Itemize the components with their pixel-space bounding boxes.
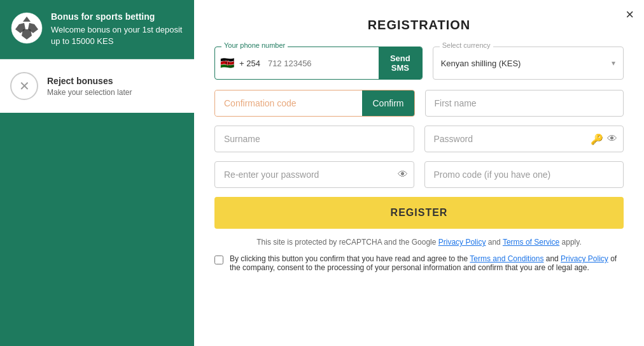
- phone-prefix: + 254: [239, 47, 264, 79]
- reject-title: Reject bonuses: [47, 76, 132, 86]
- captcha-text: This site is protected by reCAPTCHA and …: [214, 238, 624, 247]
- confirmation-code-group: Confirm: [214, 90, 415, 117]
- password-icons: 🔑 👁: [591, 133, 617, 145]
- reject-subtitle: Make your selection later: [47, 88, 132, 97]
- bonus-text: Bonus for sports betting Welcome bonus o…: [51, 11, 184, 47]
- terms-row: By clicking this button you confirm that…: [214, 254, 624, 272]
- reject-text: Reject bonuses Make your selection later: [47, 76, 132, 97]
- captcha-privacy-link[interactable]: Privacy Policy: [438, 238, 486, 247]
- left-panel: Bonus for sports betting Welcome bonus o…: [0, 0, 194, 346]
- promo-code-group: [424, 161, 624, 188]
- repassword-promo-row: 👁: [214, 161, 624, 188]
- currency-label: Select currency: [440, 41, 493, 49]
- repassword-input[interactable]: [214, 161, 414, 188]
- register-button[interactable]: REGISTER: [214, 197, 624, 229]
- phone-currency-row: Your phone number 🇰🇪 + 254 Send SMS Sele…: [214, 47, 624, 80]
- terms-and: and: [543, 254, 561, 263]
- captcha-and: and: [486, 238, 502, 247]
- modal-title: REGISTRATION: [214, 18, 624, 32]
- terms-privacy-link[interactable]: Privacy Policy: [561, 254, 608, 263]
- promo-code-input[interactable]: [424, 161, 624, 188]
- terms-before: By clicking this button you confirm that…: [230, 254, 470, 263]
- bonus-title: Bonus for sports betting: [51, 11, 184, 22]
- repassword-eye-icon[interactable]: 👁: [398, 169, 408, 180]
- eye-slash-icon[interactable]: 👁: [607, 133, 617, 145]
- soccer-ball-icon: [10, 11, 43, 45]
- surname-input[interactable]: [214, 126, 414, 152]
- phone-label: Your phone number: [221, 41, 288, 49]
- registration-modal: × REGISTRATION Your phone number 🇰🇪 + 25…: [194, 0, 644, 346]
- phone-group: Your phone number 🇰🇪 + 254 Send SMS: [214, 47, 423, 80]
- terms-conditions-link[interactable]: Terms and Conditions: [470, 254, 543, 263]
- surname-password-row: 🔑 👁: [214, 126, 624, 152]
- bonus-description: Welcome bonus on your 1st deposit up to …: [51, 24, 184, 47]
- confirmation-code-input[interactable]: [215, 90, 362, 116]
- key-icon: 🔑: [591, 133, 603, 145]
- reject-icon: ✕: [10, 72, 38, 100]
- bonus-card[interactable]: Bonus for sports betting Welcome bonus o…: [0, 0, 194, 59]
- close-button[interactable]: ×: [626, 8, 634, 22]
- chevron-down-icon: ▾: [612, 59, 615, 68]
- confirm-button[interactable]: Confirm: [362, 90, 414, 116]
- captcha-before: This site is protected by reCAPTCHA and …: [256, 238, 438, 247]
- repassword-group: 👁: [214, 161, 414, 188]
- confirmation-firstname-row: Confirm: [214, 90, 624, 117]
- terms-checkbox[interactable]: [214, 256, 223, 264]
- surname-group: [214, 126, 414, 152]
- terms-text: By clicking this button you confirm that…: [230, 254, 624, 272]
- password-group: 🔑 👁: [424, 126, 624, 152]
- first-name-input[interactable]: [425, 90, 624, 117]
- currency-value: Kenyan shilling (KES): [441, 59, 612, 68]
- currency-group[interactable]: Select currency Kenyan shilling (KES) ▾: [433, 47, 624, 80]
- captcha-terms-link[interactable]: Terms of Service: [503, 238, 559, 247]
- first-name-group: [425, 90, 624, 117]
- captcha-after: apply.: [559, 238, 581, 247]
- send-sms-button[interactable]: Send SMS: [379, 47, 422, 79]
- flag-icon: 🇰🇪: [215, 47, 239, 79]
- reject-card[interactable]: ✕ Reject bonuses Make your selection lat…: [0, 59, 194, 113]
- phone-input[interactable]: [264, 47, 379, 79]
